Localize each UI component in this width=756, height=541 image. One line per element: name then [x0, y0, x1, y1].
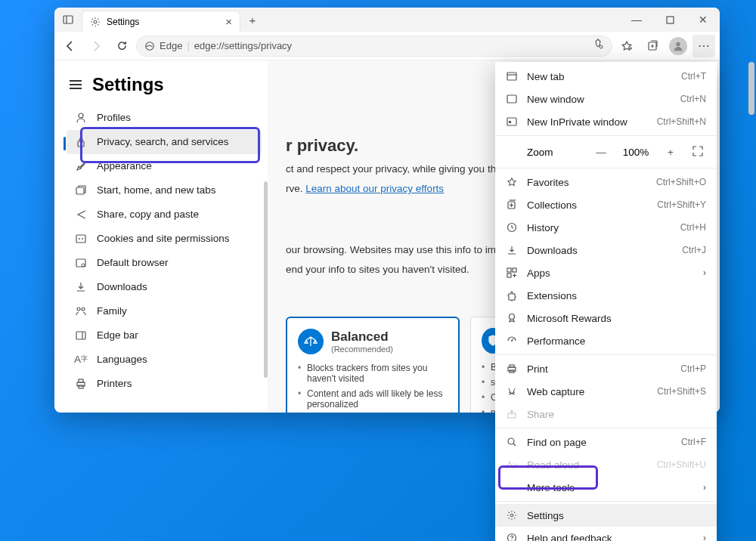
- menu-find[interactable]: Find on pageCtrl+F: [495, 431, 717, 453]
- svg-rect-0: [64, 16, 73, 23]
- edge-icon: [144, 41, 155, 51]
- sidebar-item-family[interactable]: Family: [67, 299, 262, 323]
- menu-extensions[interactable]: Extensions: [495, 284, 717, 307]
- menu-icon[interactable]: [70, 80, 82, 89]
- settings-sidebar: Settings Profiles Privacy, search, and s…: [54, 60, 268, 413]
- history-icon: [506, 221, 518, 233]
- minimize-button[interactable]: —: [620, 8, 653, 32]
- address-url: edge://settings/privacy: [194, 40, 292, 51]
- menu-collections[interactable]: CollectionsCtrl+Shift+Y: [495, 193, 717, 216]
- sidebar-item-start[interactable]: Start, home, and new tabs: [67, 178, 262, 202]
- favorites-button[interactable]: [615, 35, 638, 57]
- site-info-button[interactable]: [592, 39, 604, 53]
- collections-button[interactable]: [641, 35, 664, 57]
- highlight-privacy: [80, 127, 260, 163]
- tab-actions-icon: [63, 14, 73, 25]
- svg-point-51: [508, 438, 514, 444]
- svg-rect-24: [76, 332, 85, 339]
- menu-downloads[interactable]: DownloadsCtrl+J: [495, 239, 717, 261]
- menu-apps[interactable]: Apps›: [495, 261, 717, 284]
- extensions-icon: [506, 289, 518, 301]
- menu-print[interactable]: PrintCtrl+P: [495, 357, 717, 380]
- new-tab-button[interactable]: +: [240, 8, 265, 32]
- app-menu: New tabCtrl+T New windowCtrl+N New InPri…: [495, 62, 717, 541]
- refresh-button[interactable]: [110, 35, 133, 57]
- svg-point-23: [82, 308, 85, 311]
- language-icon: A字: [74, 353, 88, 366]
- performance-icon: [506, 335, 518, 347]
- svg-point-18: [79, 238, 80, 240]
- avatar-icon: [669, 37, 687, 55]
- menu-new-tab[interactable]: New tabCtrl+T: [495, 65, 717, 88]
- chevron-right-icon: ›: [703, 482, 706, 493]
- chevron-right-icon: ›: [703, 533, 706, 541]
- profile-icon: [74, 111, 88, 125]
- download-icon: [74, 280, 88, 294]
- tracking-card-balanced[interactable]: Balanced(Recommended) Blocks trackers fr…: [286, 317, 460, 413]
- svg-rect-40: [513, 268, 516, 272]
- gear-icon: [90, 17, 101, 27]
- sidebar-icon: [74, 329, 88, 342]
- menu-favorites[interactable]: FavoritesCtrl+Shift+O: [495, 171, 717, 193]
- gear-icon: [506, 509, 518, 521]
- menu-help[interactable]: Help and feedback›: [495, 527, 717, 541]
- sidebar-item-share[interactable]: Share, copy and paste: [67, 202, 262, 227]
- menu-more-tools[interactable]: More tools›: [495, 476, 717, 499]
- maximize-button[interactable]: [653, 8, 686, 32]
- zoom-out-button[interactable]: —: [593, 147, 609, 158]
- capture-icon: [506, 385, 518, 397]
- svg-point-5: [600, 45, 603, 48]
- menu-inprivate[interactable]: New InPrivate windowCtrl+Shift+N: [495, 110, 717, 133]
- svg-rect-48: [510, 365, 514, 367]
- menu-web-capture[interactable]: Web captureCtrl+Shift+S: [495, 380, 717, 403]
- chevron-right-icon: ›: [703, 267, 706, 278]
- svg-point-13: [676, 42, 680, 45]
- sidebar-item-default-browser[interactable]: Default browser: [67, 251, 262, 275]
- privacy-link[interactable]: Learn about our privacy efforts: [305, 183, 444, 194]
- menu-new-window[interactable]: New windowCtrl+N: [495, 88, 717, 110]
- app-menu-button[interactable]: ⋯: [692, 35, 715, 57]
- profile-button[interactable]: [667, 35, 689, 57]
- menu-performance[interactable]: Performance: [495, 329, 717, 352]
- browser-icon: [74, 256, 88, 270]
- sidebar-item-cookies[interactable]: Cookies and site permissions: [67, 227, 262, 251]
- cookie-icon: [74, 232, 88, 246]
- search-icon: [506, 436, 518, 448]
- menu-zoom: Zoom — 100% +: [495, 138, 717, 165]
- svg-point-2: [94, 20, 97, 23]
- svg-point-14: [79, 113, 83, 118]
- back-button[interactable]: [59, 35, 82, 57]
- sidebar-item-printers[interactable]: Printers: [67, 372, 262, 396]
- read-aloud-icon: A)): [506, 459, 518, 471]
- svg-point-22: [77, 308, 80, 311]
- tab-actions-button[interactable]: [54, 8, 82, 32]
- zoom-in-button[interactable]: +: [662, 147, 679, 158]
- sidebar-item-edgebar[interactable]: Edge bar: [67, 323, 262, 348]
- close-tab-button[interactable]: ×: [225, 15, 232, 28]
- close-window-button[interactable]: ✕: [686, 8, 720, 32]
- svg-rect-3: [667, 17, 674, 23]
- new-window-icon: [506, 93, 518, 105]
- menu-settings[interactable]: Settings: [495, 504, 717, 527]
- menu-scrollbar[interactable]: [747, 62, 756, 530]
- apps-icon: [506, 267, 518, 279]
- page-title: Settings: [92, 74, 164, 95]
- address-input[interactable]: Edge | edge://settings/privacy: [136, 36, 612, 57]
- sidebar-item-downloads[interactable]: Downloads: [67, 275, 262, 299]
- fullscreen-button[interactable]: [689, 146, 706, 159]
- svg-rect-31: [507, 95, 516, 103]
- svg-point-44: [510, 314, 515, 320]
- sidebar-item-languages[interactable]: A字Languages: [67, 348, 262, 372]
- star-icon: [506, 176, 518, 188]
- scroll-thumb[interactable]: [748, 62, 754, 115]
- menu-rewards[interactable]: Microsoft Rewards: [495, 307, 717, 329]
- menu-share: Share: [495, 403, 717, 425]
- menu-history[interactable]: HistoryCtrl+H: [495, 216, 717, 239]
- address-bar: Edge | edge://settings/privacy ⋯: [54, 32, 720, 60]
- browser-tab[interactable]: Settings ×: [82, 11, 240, 32]
- inprivate-icon: [506, 116, 518, 128]
- svg-rect-17: [76, 235, 85, 243]
- svg-point-53: [510, 514, 513, 517]
- balanced-icon: [298, 329, 324, 354]
- svg-rect-32: [507, 118, 516, 125]
